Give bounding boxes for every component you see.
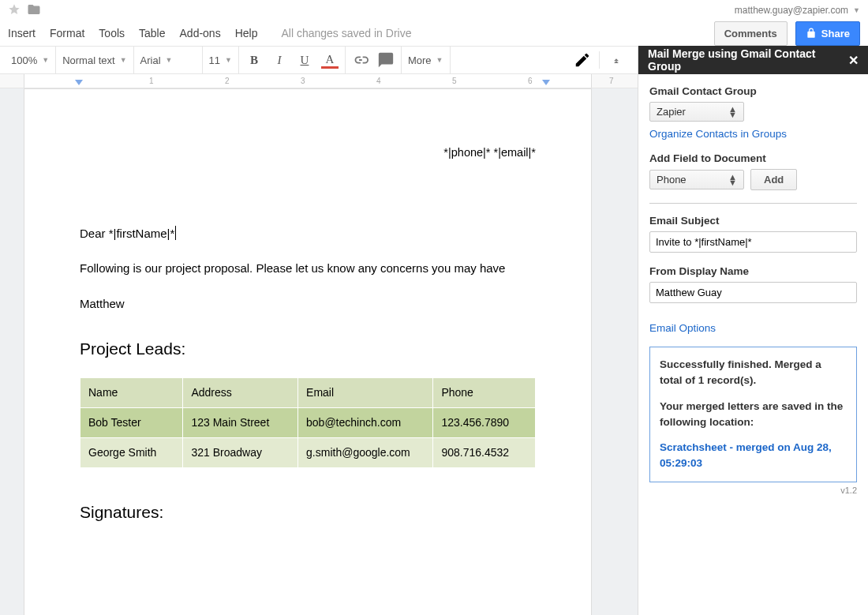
- table-cell[interactable]: George Smith: [80, 437, 183, 467]
- indent-marker-left[interactable]: [75, 80, 83, 85]
- more-label: More: [408, 54, 432, 66]
- menu-bar: Insert Format Tools Table Add-ons Help A…: [0, 21, 868, 46]
- comment-button[interactable]: [377, 51, 395, 69]
- underline-button[interactable]: U: [296, 51, 313, 69]
- document-canvas[interactable]: *|phone|* *|email|* Dear *|firstName|* F…: [0, 88, 638, 615]
- signoff-line[interactable]: Matthew: [80, 295, 536, 313]
- star-icon[interactable]: [8, 3, 21, 18]
- ruler-tick: 1: [149, 77, 154, 85]
- table-cell[interactable]: g.smith@google.com: [298, 437, 433, 467]
- section-heading-signatures[interactable]: Signatures:: [80, 500, 536, 525]
- table-header[interactable]: Address: [183, 377, 298, 407]
- email-options-link[interactable]: Email Options: [649, 322, 716, 334]
- greeting-text: Dear *|firstName|*: [80, 227, 174, 240]
- table-cell[interactable]: Bob Tester: [80, 407, 183, 437]
- contact-group-value: Zapier: [657, 106, 686, 118]
- project-leads-table[interactable]: Name Address Email Phone Bob Tester 123 …: [80, 377, 536, 468]
- ruler-tick: 4: [376, 77, 381, 85]
- chevron-down-icon: ▼: [225, 56, 232, 64]
- chevron-down-icon: ▼: [42, 56, 49, 64]
- contact-group-label: Gmail Contact Group: [649, 85, 857, 97]
- close-icon[interactable]: ✕: [848, 53, 859, 68]
- sort-chevron-icon: ▲▼: [728, 107, 737, 118]
- chevron-down-icon: ▼: [166, 56, 173, 64]
- font-size-dropdown[interactable]: 11 ▼: [209, 54, 232, 66]
- status-message: Successfully finished. Merged a total of…: [660, 357, 847, 389]
- status-box: Successfully finished. Merged a total of…: [649, 347, 857, 482]
- share-button[interactable]: Share: [795, 21, 860, 46]
- indent-marker-right[interactable]: [542, 80, 550, 85]
- mail-merge-sidebar: Mail Merge using Gmail Contact Group ✕ G…: [638, 46, 868, 615]
- toolbar: 100% ▼ Normal text ▼ Arial ▼ 11 ▼: [0, 46, 638, 74]
- italic-button[interactable]: I: [271, 51, 288, 69]
- save-status: All changes saved in Drive: [281, 27, 411, 39]
- document-page[interactable]: *|phone|* *|email|* Dear *|firstName|* F…: [24, 88, 592, 615]
- menu-table[interactable]: Table: [139, 27, 165, 39]
- table-header[interactable]: Phone: [433, 377, 536, 407]
- add-field-button[interactable]: Add: [750, 169, 797, 190]
- chevron-down-icon: ▼: [853, 6, 860, 14]
- title-bar: matthew.guay@zapier.com ▼: [0, 0, 868, 21]
- table-cell[interactable]: 321 Broadway: [183, 437, 298, 467]
- lock-icon: [806, 28, 817, 39]
- email-subject-label: Email Subject: [649, 215, 857, 227]
- ruler[interactable]: 1 2 3 4 5 6 7: [0, 74, 638, 88]
- organize-contacts-link[interactable]: Organize Contacts in Groups: [649, 128, 787, 140]
- ruler-tick: 2: [225, 77, 230, 85]
- zoom-value: 100%: [11, 54, 37, 66]
- email-subject-input[interactable]: [649, 231, 857, 253]
- table-cell[interactable]: 123.456.7890: [433, 407, 536, 437]
- font-value: Arial: [140, 54, 161, 66]
- section-heading-leads[interactable]: Project Leads:: [80, 336, 536, 362]
- add-field-value: Phone: [657, 174, 687, 186]
- ruler-tick: 3: [301, 77, 305, 85]
- menu-insert[interactable]: Insert: [8, 27, 36, 39]
- menu-help[interactable]: Help: [235, 27, 258, 39]
- merged-doc-link[interactable]: Scratchsheet - merged on Aug 28, 05:29:0…: [660, 440, 847, 472]
- status-location-label: Your merged letters are saved in the fol…: [660, 399, 847, 431]
- table-row[interactable]: Bob Tester 123 Main Street bob@techinch.…: [80, 407, 536, 437]
- zoom-dropdown[interactable]: 100% ▼: [11, 54, 49, 66]
- editing-mode-button[interactable]: [574, 51, 591, 69]
- ruler-tick: 5: [452, 77, 457, 85]
- body-paragraph[interactable]: Following is our project proposal. Pleas…: [80, 260, 536, 278]
- link-button[interactable]: [352, 51, 369, 69]
- paragraph-style-dropdown[interactable]: Normal text ▼: [62, 54, 126, 66]
- user-email[interactable]: matthew.guay@zapier.com: [735, 5, 848, 16]
- text-color-button[interactable]: A: [321, 51, 339, 69]
- more-dropdown[interactable]: More ▼: [408, 54, 443, 66]
- sidebar-title: Mail Merge using Gmail Contact Group: [648, 47, 848, 73]
- menu-format[interactable]: Format: [50, 27, 84, 39]
- menu-tools[interactable]: Tools: [99, 27, 125, 39]
- folder-icon[interactable]: [27, 2, 41, 19]
- from-name-label: From Display Name: [649, 265, 857, 277]
- font-size-value: 11: [209, 54, 220, 66]
- share-label: Share: [821, 28, 850, 39]
- table-cell[interactable]: bob@techinch.com: [298, 407, 433, 437]
- chevron-down-icon: ▼: [436, 56, 443, 64]
- document-header-right[interactable]: *|phone|* *|email|*: [80, 144, 536, 162]
- greeting-line[interactable]: Dear *|firstName|*: [80, 225, 536, 243]
- menu-addons[interactable]: Add-ons: [180, 27, 221, 39]
- divider: [649, 203, 857, 204]
- contact-group-select[interactable]: Zapier ▲▼: [649, 102, 744, 122]
- add-field-label: Add Field to Document: [649, 152, 857, 164]
- chevron-down-icon: ▼: [120, 56, 127, 64]
- text-cursor: [175, 226, 176, 240]
- table-header[interactable]: Email: [298, 377, 433, 407]
- collapse-toolbar-button[interactable]: [608, 51, 625, 69]
- table-cell[interactable]: 908.716.4532: [433, 437, 536, 467]
- ruler-tick: 7: [609, 77, 614, 85]
- bold-button[interactable]: B: [245, 51, 263, 69]
- font-dropdown[interactable]: Arial ▼: [140, 54, 196, 66]
- sort-chevron-icon: ▲▼: [728, 174, 737, 186]
- paragraph-style-value: Normal text: [62, 54, 114, 66]
- table-cell[interactable]: 123 Main Street: [183, 407, 298, 437]
- from-name-input[interactable]: [649, 282, 857, 303]
- add-field-select[interactable]: Phone ▲▼: [649, 170, 744, 189]
- table-row[interactable]: George Smith 321 Broadway g.smith@google…: [80, 437, 536, 467]
- version-label: v1.2: [649, 486, 857, 495]
- comments-button[interactable]: Comments: [714, 21, 788, 46]
- ruler-tick: 6: [528, 77, 533, 85]
- table-header[interactable]: Name: [80, 377, 183, 407]
